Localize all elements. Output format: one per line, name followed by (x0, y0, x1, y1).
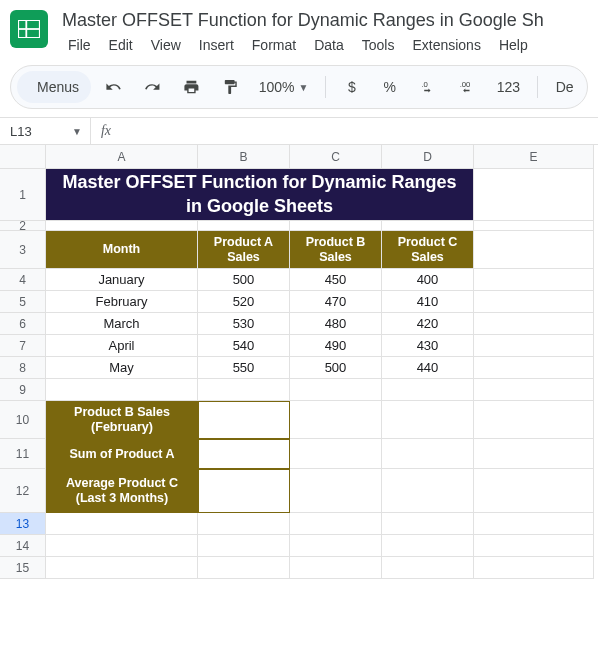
cell[interactable] (382, 379, 474, 401)
name-box-dropdown[interactable]: ▼ (64, 126, 90, 137)
cell[interactable] (382, 513, 474, 535)
cell[interactable] (474, 335, 594, 357)
format-percent-button[interactable]: % (374, 71, 406, 103)
cell[interactable] (382, 535, 474, 557)
cell[interactable] (198, 557, 290, 579)
col-header-E[interactable]: E (474, 145, 594, 169)
cell[interactable] (46, 535, 198, 557)
menu-help[interactable]: Help (491, 33, 536, 57)
cell[interactable] (290, 513, 382, 535)
cell[interactable] (474, 535, 594, 557)
cell-pc[interactable]: 410 (382, 291, 474, 313)
cell[interactable] (198, 379, 290, 401)
row-header-15[interactable]: 15 (0, 557, 46, 579)
increase-decimal-button[interactable]: .00 (451, 71, 484, 103)
cell[interactable] (474, 357, 594, 379)
cell[interactable] (474, 169, 594, 221)
row-header-7[interactable]: 7 (0, 335, 46, 357)
decrease-decimal-button[interactable]: .0 (412, 71, 445, 103)
row-header-2[interactable]: 2 (0, 221, 46, 231)
cell-month[interactable]: April (46, 335, 198, 357)
header-product-a[interactable]: Product A Sales (198, 231, 290, 269)
menu-extensions[interactable]: Extensions (404, 33, 488, 57)
undo-button[interactable] (97, 71, 130, 103)
label-sum-product-a[interactable]: Sum of Product A (46, 439, 198, 469)
result-cell[interactable] (198, 401, 290, 439)
cell[interactable] (382, 401, 474, 439)
cell[interactable] (382, 221, 474, 231)
document-title[interactable]: Master OFFSET Function for Dynamic Range… (60, 6, 588, 31)
label-avg-product-c[interactable]: Average Product C (Last 3 Months) (46, 469, 198, 513)
cell[interactable] (290, 439, 382, 469)
cell[interactable] (382, 439, 474, 469)
more-num-formats-button[interactable]: 123 (489, 71, 527, 103)
cell-pa[interactable]: 550 (198, 357, 290, 379)
menu-tools[interactable]: Tools (354, 33, 403, 57)
paint-format-button[interactable] (214, 71, 247, 103)
cell-pb[interactable]: 500 (290, 357, 382, 379)
cell-pb[interactable]: 480 (290, 313, 382, 335)
cell[interactable] (46, 513, 198, 535)
col-header-A[interactable]: A (46, 145, 198, 169)
formula-bar-input[interactable] (121, 118, 598, 144)
cell[interactable] (382, 469, 474, 513)
spreadsheet-grid[interactable]: A B C D E 1 Master OFFSET Function for D… (0, 145, 598, 579)
col-header-B[interactable]: B (198, 145, 290, 169)
result-cell[interactable] (198, 469, 290, 513)
result-cell[interactable] (198, 439, 290, 469)
menu-insert[interactable]: Insert (191, 33, 242, 57)
sheets-app-icon[interactable] (10, 10, 48, 48)
menu-data[interactable]: Data (306, 33, 352, 57)
cell[interactable] (46, 221, 198, 231)
row-header-3[interactable]: 3 (0, 231, 46, 269)
select-all-corner[interactable] (0, 145, 46, 169)
cell-pa[interactable]: 520 (198, 291, 290, 313)
cell[interactable] (290, 221, 382, 231)
menu-view[interactable]: View (143, 33, 189, 57)
cell[interactable] (198, 513, 290, 535)
header-product-c[interactable]: Product C Sales (382, 231, 474, 269)
header-month[interactable]: Month (46, 231, 198, 269)
menu-format[interactable]: Format (244, 33, 304, 57)
cell-month[interactable]: February (46, 291, 198, 313)
font-dropdown[interactable]: De (548, 71, 581, 103)
cell-month[interactable]: March (46, 313, 198, 335)
cell[interactable] (474, 379, 594, 401)
cell-pb[interactable]: 490 (290, 335, 382, 357)
cell[interactable] (474, 221, 594, 231)
cell[interactable] (474, 313, 594, 335)
cell[interactable] (290, 469, 382, 513)
cell-pc[interactable]: 420 (382, 313, 474, 335)
cell[interactable] (474, 291, 594, 313)
zoom-dropdown[interactable]: 100%▼ (252, 71, 315, 103)
cell[interactable] (474, 269, 594, 291)
row-header-13[interactable]: 13 (0, 513, 46, 535)
cell[interactable] (290, 557, 382, 579)
row-header-6[interactable]: 6 (0, 313, 46, 335)
search-menus-chip[interactable]: Menus (17, 71, 91, 103)
col-header-D[interactable]: D (382, 145, 474, 169)
cell[interactable] (198, 221, 290, 231)
label-product-b-february[interactable]: Product B Sales (February) (46, 401, 198, 439)
cell-pb[interactable]: 470 (290, 291, 382, 313)
cell[interactable] (382, 557, 474, 579)
row-header-5[interactable]: 5 (0, 291, 46, 313)
print-button[interactable] (175, 71, 208, 103)
format-currency-button[interactable]: $ (336, 71, 368, 103)
cell[interactable] (474, 401, 594, 439)
row-header-1[interactable]: 1 (0, 169, 46, 221)
cell[interactable] (474, 557, 594, 579)
sheet-title-cell[interactable]: Master OFFSET Function for Dynamic Range… (46, 169, 474, 221)
cell-pa[interactable]: 530 (198, 313, 290, 335)
cell[interactable] (290, 379, 382, 401)
cell[interactable] (290, 401, 382, 439)
cell-month[interactable]: May (46, 357, 198, 379)
row-header-12[interactable]: 12 (0, 469, 46, 513)
cell[interactable] (474, 513, 594, 535)
cell[interactable] (46, 379, 198, 401)
row-header-9[interactable]: 9 (0, 379, 46, 401)
cell[interactable] (46, 557, 198, 579)
row-header-14[interactable]: 14 (0, 535, 46, 557)
header-product-b[interactable]: Product B Sales (290, 231, 382, 269)
cell[interactable] (474, 469, 594, 513)
